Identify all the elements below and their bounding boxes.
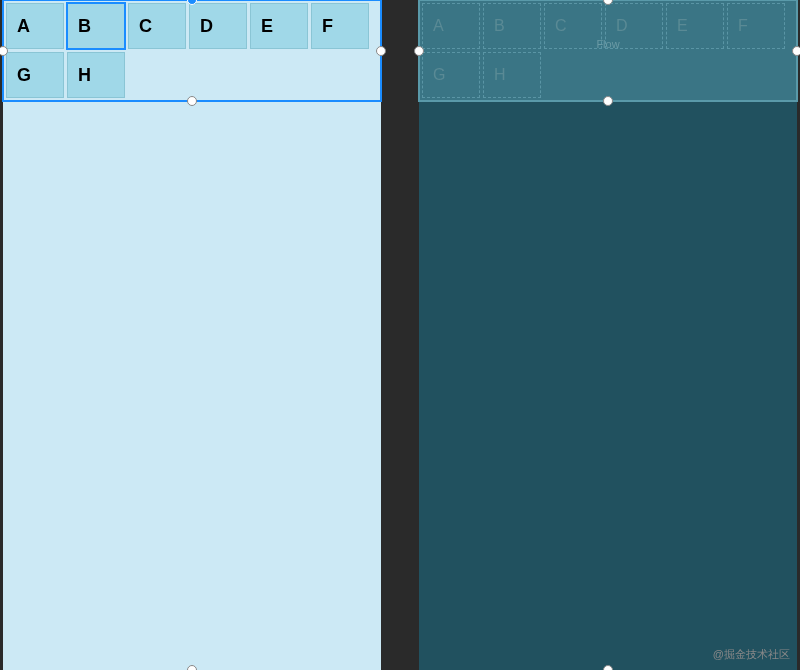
watermark-text: @掘金技术社区 — [713, 647, 790, 662]
grid-cell[interactable]: B — [67, 3, 125, 49]
resize-handle-right[interactable] — [376, 46, 386, 56]
flow-label: Flow — [596, 38, 619, 50]
grid-cell[interactable]: C — [544, 3, 602, 49]
resize-handle-bottom[interactable] — [603, 96, 613, 106]
preview-panel-right[interactable]: Flow A B C D E F G H — [419, 0, 797, 670]
resize-handle-left[interactable] — [414, 46, 424, 56]
grid-cell[interactable]: E — [666, 3, 724, 49]
grid-cell[interactable]: A — [422, 3, 480, 49]
grid-cell[interactable]: D — [189, 3, 247, 49]
panel-resize-handle-bottom[interactable] — [603, 665, 613, 670]
preview-panel-left[interactable]: A B C D E F G H — [3, 0, 381, 670]
grid-cell[interactable]: H — [483, 52, 541, 98]
grid-cell[interactable]: G — [6, 52, 64, 98]
grid-cell[interactable]: E — [250, 3, 308, 49]
grid-cell[interactable]: A — [6, 3, 64, 49]
grid-cell[interactable]: B — [483, 3, 541, 49]
grid-cell[interactable]: F — [311, 3, 369, 49]
grid-cell[interactable]: G — [422, 52, 480, 98]
panel-resize-handle-bottom[interactable] — [187, 665, 197, 670]
layout-grid-right[interactable]: Flow A B C D E F G H — [419, 0, 797, 101]
grid-cell[interactable]: F — [727, 3, 785, 49]
grid-cell[interactable]: H — [67, 52, 125, 98]
layout-grid-left[interactable]: A B C D E F G H — [3, 0, 381, 101]
resize-handle-right[interactable] — [792, 46, 800, 56]
resize-handle-bottom[interactable] — [187, 96, 197, 106]
grid-cell[interactable]: C — [128, 3, 186, 49]
